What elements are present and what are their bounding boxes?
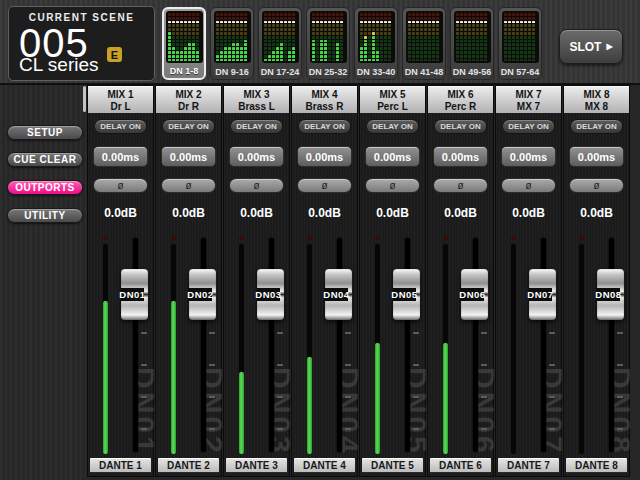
phase-button[interactable]: ø xyxy=(365,178,420,193)
output-port-label[interactable]: DANTE 5 xyxy=(362,458,423,473)
clip-led xyxy=(579,236,584,240)
fader-tick xyxy=(481,396,487,398)
phase-button[interactable]: ø xyxy=(93,178,148,193)
fader-tick xyxy=(617,364,623,366)
slot-button[interactable]: SLOT ▶ xyxy=(559,29,623,64)
fader-knob[interactable]: DN07 xyxy=(529,269,556,320)
meter-bank-tab[interactable]: DN 57-64 xyxy=(498,7,542,80)
meter-bank-tab[interactable]: DN 33-40 xyxy=(354,7,398,80)
channel-header[interactable]: MIX 4 Brass R xyxy=(292,86,357,113)
delay-time-field[interactable]: 0.00ms xyxy=(501,146,556,167)
output-port-label[interactable]: DANTE 1 xyxy=(90,458,151,473)
fader-knob-tag: DN06 xyxy=(461,288,484,301)
meter-banks: DN 1-8 DN 9-16 DN 17-24 DN 25-32 DN 33-4… xyxy=(162,7,542,80)
channel-watermark: DN03 xyxy=(272,367,288,456)
channel-strips: MIX 1 Dr L DELAY ON 0.00ms ø 0.0dB DN01 … xyxy=(88,86,629,476)
fader-area: DN08 DN08 xyxy=(564,222,629,456)
fader-tick xyxy=(141,428,147,430)
channel-header[interactable]: MIX 8 MX 8 xyxy=(564,86,629,113)
delay-time-field[interactable]: 0.00ms xyxy=(433,146,488,167)
delay-on-button[interactable]: DELAY ON xyxy=(94,119,147,134)
delay-on-button[interactable]: DELAY ON xyxy=(162,119,215,134)
phase-button[interactable]: ø xyxy=(569,178,624,193)
delay-on-button[interactable]: DELAY ON xyxy=(502,119,555,134)
fader-tick xyxy=(549,428,555,430)
fader-tick xyxy=(345,332,351,334)
delay-on-button[interactable]: DELAY ON xyxy=(434,119,487,134)
fader-knob[interactable]: DN02 xyxy=(189,269,216,320)
channel-strip: MIX 5 Perc L DELAY ON 0.00ms ø 0.0dB DN0… xyxy=(360,86,425,476)
fader-knob[interactable]: DN06 xyxy=(461,269,488,320)
meter-bank-tab[interactable]: DN 9-16 xyxy=(210,7,254,80)
delay-time-field[interactable]: 0.00ms xyxy=(161,146,216,167)
channel-header[interactable]: MIX 2 Dr R xyxy=(156,86,221,113)
fader-area: DN04 DN04 xyxy=(292,222,357,456)
phase-button[interactable]: ø xyxy=(433,178,488,193)
channel-bus-label: MIX 7 xyxy=(496,89,561,101)
channel-name-label: Dr L xyxy=(88,101,153,113)
channel-header[interactable]: MIX 6 Perc R xyxy=(428,86,493,113)
fader-knob[interactable]: DN08 xyxy=(597,269,624,320)
delay-time-field[interactable]: 0.00ms xyxy=(229,146,284,167)
channel-strip: MIX 1 Dr L DELAY ON 0.00ms ø 0.0dB DN01 … xyxy=(88,86,153,476)
fader-knob[interactable]: DN05 xyxy=(393,269,420,320)
fader-tick xyxy=(481,364,487,366)
output-port-label[interactable]: DANTE 4 xyxy=(294,458,355,473)
output-port-label[interactable]: DANTE 3 xyxy=(226,458,287,473)
phase-button[interactable]: ø xyxy=(297,178,352,193)
output-port-label[interactable]: DANTE 6 xyxy=(430,458,491,473)
channel-strip: MIX 7 MX 7 DELAY ON 0.00ms ø 0.0dB DN07 … xyxy=(496,86,561,476)
fader-area: DN03 DN03 xyxy=(224,222,289,456)
delay-on-button[interactable]: DELAY ON xyxy=(298,119,351,134)
meter-bank-tab[interactable]: DN 17-24 xyxy=(258,7,302,80)
delay-time-field[interactable]: 0.00ms xyxy=(365,146,420,167)
channel-header[interactable]: MIX 7 MX 7 xyxy=(496,86,561,113)
channel-bus-label: MIX 5 xyxy=(360,89,425,101)
channel-meter-fill xyxy=(171,301,176,454)
sidebar-button-cue-clear[interactable]: CUE CLEAR xyxy=(7,152,83,167)
fader-area: DN06 DN06 xyxy=(428,222,493,456)
channel-meter-fill xyxy=(307,357,312,454)
meter-bank-tab[interactable]: DN 1-8 xyxy=(162,7,206,80)
delay-on-button[interactable]: DELAY ON xyxy=(570,119,623,134)
current-scene-panel[interactable]: CURRENT SCENE 005 E CL series xyxy=(8,6,155,81)
delay-time-field[interactable]: 0.00ms xyxy=(297,146,352,167)
channel-strip: MIX 2 Dr R DELAY ON 0.00ms ø 0.0dB DN02 … xyxy=(156,86,221,476)
fader-tick xyxy=(481,428,487,430)
channel-meter xyxy=(511,244,516,454)
bank-label: DN 41-48 xyxy=(403,67,445,77)
meter-bank-tab[interactable]: DN 41-48 xyxy=(402,7,446,80)
fader-knob[interactable]: DN01 xyxy=(121,269,148,320)
fader-level-value: 0.0dB xyxy=(224,206,289,220)
sidebar-button-utility[interactable]: UTILITY xyxy=(7,208,83,223)
meter-bank-tab[interactable]: DN 49-56 xyxy=(450,7,494,80)
fader-knob[interactable]: DN04 xyxy=(325,269,352,320)
delay-time-field[interactable]: 0.00ms xyxy=(569,146,624,167)
fader-tick xyxy=(345,364,351,366)
phase-button[interactable]: ø xyxy=(161,178,216,193)
bank-label: DN 17-24 xyxy=(259,67,301,77)
channel-header[interactable]: MIX 1 Dr L xyxy=(88,86,153,113)
delay-on-button[interactable]: DELAY ON xyxy=(230,119,283,134)
channel-header[interactable]: MIX 5 Perc L xyxy=(360,86,425,113)
bank-label: DN 25-32 xyxy=(307,67,349,77)
fader-tick xyxy=(617,332,623,334)
delay-on-button[interactable]: DELAY ON xyxy=(366,119,419,134)
fader-knob-tag: DN03 xyxy=(257,288,280,301)
fader-tick xyxy=(413,364,419,366)
output-port-label[interactable]: DANTE 2 xyxy=(158,458,219,473)
channel-header[interactable]: MIX 3 Brass L xyxy=(224,86,289,113)
fader-knob[interactable]: DN03 xyxy=(257,269,284,320)
clip-led xyxy=(511,236,516,240)
sidebar-button-setup[interactable]: SETUP xyxy=(7,125,83,140)
sidebar-button-outports[interactable]: OUTPORTS xyxy=(7,180,83,195)
channel-meter-fill xyxy=(239,372,244,454)
delay-time-field[interactable]: 0.00ms xyxy=(93,146,148,167)
console-series-label: CL series xyxy=(19,54,99,76)
output-port-label[interactable]: DANTE 8 xyxy=(566,458,627,473)
meter-bank-tab[interactable]: DN 25-32 xyxy=(306,7,350,80)
channel-bus-label: MIX 1 xyxy=(88,89,153,101)
output-port-label[interactable]: DANTE 7 xyxy=(498,458,559,473)
phase-button[interactable]: ø xyxy=(501,178,556,193)
phase-button[interactable]: ø xyxy=(229,178,284,193)
